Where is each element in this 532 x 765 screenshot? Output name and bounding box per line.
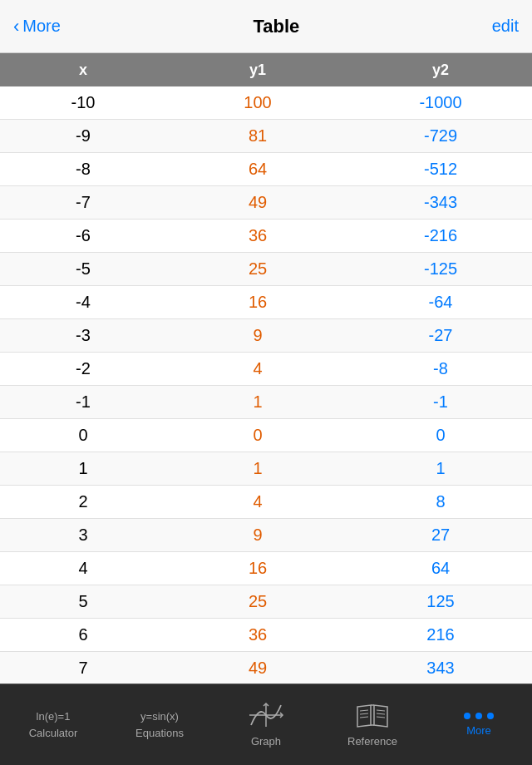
- cell-y2: 0: [349, 426, 532, 445]
- cell-x: -3: [0, 326, 166, 345]
- cell-y2: -125: [349, 259, 532, 279]
- header: ‹ More Table edit: [0, 0, 532, 53]
- cell-y2: -8: [349, 359, 532, 378]
- cell-y2: -1: [349, 392, 532, 412]
- cell-x: -7: [0, 193, 166, 212]
- table-row[interactable]: -416-64: [0, 286, 532, 319]
- svg-line-6: [360, 717, 368, 718]
- table-row[interactable]: 3927: [0, 519, 532, 552]
- cell-x: 6: [0, 625, 166, 644]
- table-row[interactable]: -981-729: [0, 120, 532, 153]
- table-row[interactable]: -864-512: [0, 153, 532, 186]
- cell-y1: 25: [166, 592, 349, 611]
- page-title: Table: [253, 16, 299, 37]
- reference-icon: [356, 702, 389, 732]
- cell-y1: 1: [166, 392, 349, 412]
- cell-x: -5: [0, 259, 166, 279]
- tab-equations-label: Equations: [135, 727, 184, 739]
- table-row[interactable]: 749343: [0, 652, 532, 684]
- graph-icon: [248, 702, 284, 732]
- column-header-x: x: [0, 62, 166, 79]
- column-header-y2: y2: [349, 62, 532, 79]
- svg-line-7: [377, 710, 385, 711]
- table-row[interactable]: -10100-1000: [0, 86, 532, 120]
- cell-y1: 16: [166, 293, 349, 312]
- tab-calculator-label: Calculator: [29, 727, 78, 739]
- table-row[interactable]: -749-343: [0, 186, 532, 220]
- cell-y1: 64: [166, 160, 349, 179]
- cell-y2: -512: [349, 160, 532, 179]
- cell-x: 7: [0, 659, 166, 678]
- table-row[interactable]: 636216: [0, 619, 532, 652]
- table-row[interactable]: 41664: [0, 552, 532, 585]
- cell-x: 2: [0, 492, 166, 511]
- cell-y2: -729: [349, 126, 532, 146]
- cell-y1: 4: [166, 492, 349, 511]
- tab-calculator[interactable]: ln(e)=1 Calculator: [0, 684, 106, 765]
- tab-more-label: More: [466, 724, 491, 737]
- cell-x: -6: [0, 226, 166, 245]
- cell-x: 4: [0, 559, 166, 578]
- chevron-left-icon: ‹: [13, 16, 19, 37]
- table-row[interactable]: -636-216: [0, 220, 532, 253]
- cell-y1: 36: [166, 625, 349, 644]
- cell-y1: 9: [166, 326, 349, 345]
- cell-x: -8: [0, 160, 166, 179]
- column-header-y1: y1: [166, 62, 349, 79]
- cell-x: 0: [0, 426, 166, 445]
- cell-x: -9: [0, 126, 166, 146]
- back-button[interactable]: ‹ More: [13, 16, 61, 37]
- cell-y2: 125: [349, 592, 532, 611]
- more-dots-icon: [464, 713, 494, 719]
- table-row[interactable]: -11-1: [0, 386, 532, 419]
- cell-x: -1: [0, 392, 166, 412]
- table-row[interactable]: -24-8: [0, 353, 532, 386]
- cell-y1: 1: [166, 459, 349, 478]
- svg-line-8: [377, 713, 385, 714]
- table-row[interactable]: -39-27: [0, 319, 532, 353]
- cell-y1: 16: [166, 559, 349, 578]
- cell-x: -10: [0, 93, 166, 112]
- cell-y2: 216: [349, 625, 532, 644]
- svg-line-4: [360, 710, 368, 711]
- svg-line-9: [377, 717, 385, 718]
- table-row[interactable]: 525125: [0, 585, 532, 619]
- table-row[interactable]: 000: [0, 419, 532, 452]
- table-body: -10100-1000-981-729-864-512-749-343-636-…: [0, 86, 532, 684]
- cell-y2: -216: [349, 226, 532, 245]
- cell-y1: 36: [166, 226, 349, 245]
- cell-y2: 8: [349, 492, 532, 511]
- tab-reference[interactable]: Reference: [319, 684, 426, 765]
- cell-y1: 0: [166, 426, 349, 445]
- cell-x: 3: [0, 526, 166, 545]
- cell-x: 5: [0, 592, 166, 611]
- cell-y2: -27: [349, 326, 532, 345]
- cell-y2: -343: [349, 193, 532, 212]
- cell-y1: 49: [166, 659, 349, 678]
- cell-y2: 27: [349, 526, 532, 545]
- tab-graph-label: Graph: [251, 735, 281, 748]
- cell-y2: 1: [349, 459, 532, 478]
- cell-y2: 64: [349, 559, 532, 578]
- table-row[interactable]: 111: [0, 452, 532, 486]
- table-row[interactable]: 248: [0, 486, 532, 519]
- cell-y1: 49: [166, 193, 349, 212]
- equations-icon: y=sin(x): [140, 710, 179, 723]
- cell-y2: 343: [349, 659, 532, 678]
- tab-more[interactable]: More: [426, 684, 532, 765]
- table-row[interactable]: -525-125: [0, 253, 532, 286]
- table-header: x y1 y2: [0, 53, 532, 86]
- tab-graph[interactable]: Graph: [213, 684, 319, 765]
- tab-reference-label: Reference: [347, 735, 397, 748]
- cell-y2: -64: [349, 293, 532, 312]
- tab-equations[interactable]: y=sin(x) Equations: [106, 684, 213, 765]
- cell-x: -4: [0, 293, 166, 312]
- cell-x: -2: [0, 359, 166, 378]
- back-label: More: [22, 17, 61, 36]
- cell-y1: 25: [166, 259, 349, 279]
- cell-x: 1: [0, 459, 166, 478]
- cell-y1: 9: [166, 526, 349, 545]
- cell-y2: -1000: [349, 93, 532, 112]
- edit-button[interactable]: edit: [492, 17, 519, 36]
- cell-y1: 81: [166, 126, 349, 146]
